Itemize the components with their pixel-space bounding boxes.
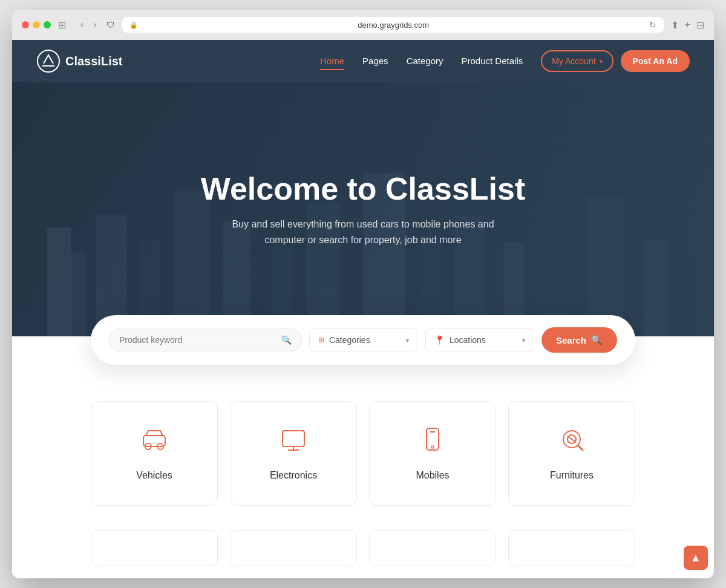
category-partial-2[interactable] <box>230 530 357 566</box>
mobiles-label: Mobiles <box>416 470 449 481</box>
scroll-to-top-button[interactable]: ▲ <box>684 546 708 570</box>
svg-rect-5 <box>283 431 304 446</box>
nav-category[interactable]: Category <box>407 53 443 70</box>
chevron-categories-icon: ▾ <box>406 337 409 344</box>
category-electronics[interactable]: Electronics <box>230 401 357 506</box>
category-furnitures[interactable]: Furnitures <box>508 401 635 506</box>
category-mobiles[interactable]: Mobiles <box>369 401 496 506</box>
category-partial-3[interactable] <box>369 530 496 566</box>
url-text: demo.graygrids.com <box>142 21 646 30</box>
browser-nav: ‹ › <box>78 18 99 31</box>
more-categories-grid <box>91 530 635 566</box>
post-ad-button[interactable]: Post An Ad <box>621 50 690 72</box>
page-content: ClassiList Home Pages Category Product D… <box>12 40 714 578</box>
electronics-label: Electronics <box>270 470 317 481</box>
keyword-input[interactable] <box>119 335 276 345</box>
browser-window: ⊞ ‹ › 🛡 🔒 demo.graygrids.com ↻ ⬆ + ⊟ <box>12 10 714 578</box>
hero-subtitle-line1: Buy and sell everything from used cars t… <box>232 219 494 229</box>
new-tab-icon[interactable]: + <box>685 19 690 31</box>
svg-line-13 <box>578 445 583 450</box>
forward-button[interactable]: › <box>91 18 99 31</box>
hero-subtitle: Buy and sell everything from used cars t… <box>201 217 526 247</box>
categories-select[interactable]: Categories Vehicles Electronics Mobiles … <box>329 335 401 345</box>
close-button[interactable] <box>22 21 29 28</box>
grid-icon: ⊞ <box>318 336 324 344</box>
logo-text: ClassiList <box>65 54 122 68</box>
browser-actions: ⬆ + ⊟ <box>671 19 704 31</box>
hero-section: Welcome to ClassList Buy and sell everyt… <box>12 82 714 336</box>
keyword-input-wrap: 🔍 <box>109 328 302 351</box>
minimize-button[interactable] <box>33 21 40 28</box>
maximize-button[interactable] <box>44 21 51 28</box>
electronics-icon <box>279 426 308 460</box>
search-button[interactable]: Search 🔍 <box>541 327 617 353</box>
scroll-top-icon: ▲ <box>690 552 701 564</box>
share-icon[interactable]: ⬆ <box>671 19 679 31</box>
nav-product-details[interactable]: Product Details <box>462 53 523 70</box>
categories-grid: Vehicles Electronics <box>91 401 635 506</box>
shield-icon: 🛡 <box>106 20 115 30</box>
locations-select[interactable]: Locations New York Los Angeles Chicago H… <box>450 335 517 345</box>
mobiles-icon <box>418 426 447 460</box>
nav-links: Home Pages Category Product Details <box>320 53 523 70</box>
svg-rect-1 <box>143 436 165 446</box>
back-button[interactable]: ‹ <box>78 18 86 31</box>
chevron-down-icon: ▾ <box>600 58 603 65</box>
svg-point-0 <box>38 50 59 72</box>
svg-point-9 <box>431 446 434 448</box>
search-small-icon: 🔍 <box>281 335 292 345</box>
vehicles-icon <box>140 426 169 460</box>
categories-select-wrap: ⊞ Categories Vehicles Electronics Mobile… <box>309 328 418 351</box>
chevron-locations-icon: ▾ <box>522 337 525 344</box>
sidebar-toggle-button[interactable]: ⊞ <box>58 19 66 31</box>
hero-content: Welcome to ClassList Buy and sell everyt… <box>201 171 526 247</box>
search-button-icon: 🔍 <box>591 335 603 345</box>
logo[interactable]: ClassiList <box>36 49 122 73</box>
hero-title: Welcome to ClassList <box>201 171 526 207</box>
category-partial-4[interactable] <box>508 530 635 566</box>
search-button-label: Search <box>556 335 586 345</box>
url-bar[interactable]: 🔒 demo.graygrids.com ↻ <box>122 17 664 33</box>
locations-select-wrap: 📍 Locations New York Los Angeles Chicago… <box>425 328 534 351</box>
nav-pages[interactable]: Pages <box>362 53 388 70</box>
category-vehicles[interactable]: Vehicles <box>91 401 218 506</box>
my-account-label: My Account <box>552 56 595 66</box>
browser-toolbar: ⊞ ‹ › 🛡 🔒 demo.graygrids.com ↻ ⬆ + ⊟ <box>12 10 714 40</box>
navbar: ClassiList Home Pages Category Product D… <box>12 40 714 82</box>
nav-home[interactable]: Home <box>320 53 344 70</box>
search-box: 🔍 ⊞ Categories Vehicles Electronics Mobi… <box>91 315 635 365</box>
categories-section: Vehicles Electronics <box>12 365 714 530</box>
search-section: 🔍 ⊞ Categories Vehicles Electronics Mobi… <box>12 336 714 365</box>
hero-subtitle-line2: computer or search for property, job and… <box>264 235 461 245</box>
location-pin-icon: 📍 <box>434 335 445 345</box>
furnitures-icon <box>557 426 586 460</box>
lock-icon: 🔒 <box>129 21 138 29</box>
vehicles-label: Vehicles <box>136 470 172 481</box>
tabs-icon[interactable]: ⊟ <box>696 19 704 31</box>
my-account-button[interactable]: My Account ▾ <box>541 50 613 72</box>
furnitures-label: Furnitures <box>550 470 594 481</box>
category-partial-1[interactable] <box>91 530 218 566</box>
more-categories-section <box>12 530 714 578</box>
window-controls <box>22 21 51 28</box>
nav-actions: My Account ▾ Post An Ad <box>541 50 690 72</box>
refresh-button[interactable]: ↻ <box>649 20 656 30</box>
